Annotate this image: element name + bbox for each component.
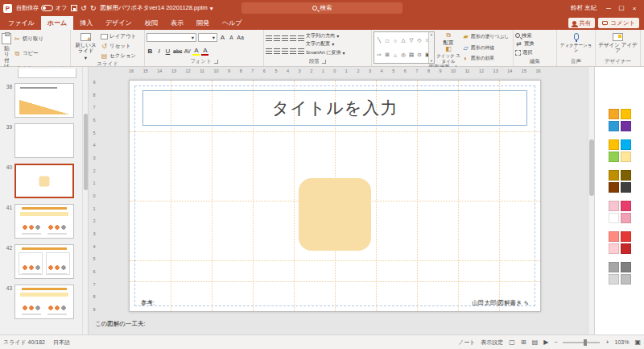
- autosave-toggle-switch[interactable]: [41, 5, 53, 11]
- thumbnail-scrollbar-thumb[interactable]: [84, 114, 88, 190]
- replace-button[interactable]: ⇄置換: [515, 40, 534, 48]
- thumbnail-partial[interactable]: [18, 69, 76, 78]
- shape-icon[interactable]: ⊞: [383, 52, 391, 59]
- tab-design[interactable]: デザイン: [99, 16, 138, 30]
- share-button[interactable]: 共有: [568, 18, 595, 28]
- new-slide-dropdown-icon[interactable]: ▾: [85, 55, 87, 60]
- color-swatch[interactable]: [621, 152, 631, 162]
- fit-to-window-icon[interactable]: ▣: [634, 339, 641, 346]
- credit-text[interactable]: 山田太郎|図解書き✎: [473, 299, 529, 307]
- thumbnail-scrollbar[interactable]: [82, 67, 88, 334]
- title-placeholder[interactable]: タイトルを入力: [142, 90, 527, 126]
- italic-button[interactable]: I: [155, 47, 163, 56]
- shape-icon[interactable]: ◇: [415, 37, 423, 44]
- shape-icon[interactable]: ⊙: [415, 52, 423, 59]
- shape-icon[interactable]: ▽: [407, 37, 415, 44]
- select-button[interactable]: 選択: [515, 49, 534, 56]
- notes-hint[interactable]: この図解の一工夫:: [95, 320, 146, 328]
- save-icon[interactable]: [71, 5, 77, 11]
- color-swatch[interactable]: [609, 170, 619, 181]
- tab-review[interactable]: 校閲: [138, 16, 164, 30]
- columns-icon[interactable]: [298, 48, 304, 54]
- shape-icon[interactable]: ⇨: [375, 52, 383, 59]
- text-direction-button[interactable]: 文字列の方向▾: [306, 32, 345, 39]
- copy-button[interactable]: ⧉コピー: [14, 50, 68, 57]
- undo-icon[interactable]: ↺: [80, 4, 87, 12]
- underline-button[interactable]: U: [164, 47, 171, 56]
- zoom-slider[interactable]: [563, 342, 600, 343]
- slide-thumbnail[interactable]: [14, 244, 74, 279]
- color-swatch[interactable]: [609, 201, 619, 211]
- line-spacing-icon[interactable]: [298, 35, 304, 41]
- palette-group[interactable]: [609, 201, 631, 223]
- numbering-icon[interactable]: [274, 35, 280, 41]
- search-box[interactable]: 検索: [242, 2, 402, 14]
- design-ideas-button[interactable]: デザイン アイデア: [598, 31, 638, 57]
- notes-button[interactable]: ノート: [458, 339, 475, 347]
- shape-effects-button[interactable]: ◐図形の効果: [462, 55, 509, 62]
- color-swatch[interactable]: [609, 121, 619, 131]
- align-right-icon[interactable]: [282, 48, 288, 54]
- shape-fill-button[interactable]: ▰図形の塗りつぶし: [462, 33, 509, 40]
- color-swatch[interactable]: [621, 274, 631, 285]
- section-button[interactable]: ▤セクション: [101, 52, 136, 60]
- palette-group[interactable]: [609, 109, 631, 131]
- color-swatch[interactable]: [609, 231, 619, 242]
- slide-thumbnail[interactable]: [14, 204, 74, 239]
- font-color-button[interactable]: A: [201, 47, 208, 56]
- reading-view-icon[interactable]: ▤: [532, 339, 539, 346]
- reference-label[interactable]: 参考:: [141, 299, 155, 307]
- close-button[interactable]: ×: [628, 0, 641, 16]
- canvas-scrollbar-thumb[interactable]: [589, 139, 594, 196]
- slide-editing-surface[interactable]: タイトルを入力 参考: 山田太郎|図解書き✎: [129, 80, 541, 312]
- shape-outline-button[interactable]: ▱図形の枠線: [462, 44, 509, 52]
- arrange-button[interactable]: ⧉配置: [436, 31, 460, 45]
- align-left-icon[interactable]: [266, 48, 272, 54]
- slide-thumbnail[interactable]: [14, 285, 74, 319]
- indent-decrease-icon[interactable]: [282, 35, 288, 41]
- gallery-down-icon[interactable]: ▼: [430, 59, 433, 63]
- user-name[interactable]: 鈴村 京紀: [571, 4, 597, 12]
- color-swatch[interactable]: [621, 139, 631, 150]
- color-swatch[interactable]: [621, 213, 631, 223]
- color-swatch[interactable]: [621, 231, 631, 242]
- indent-increase-icon[interactable]: [290, 35, 296, 41]
- tab-home[interactable]: ホーム: [41, 16, 73, 30]
- document-title[interactable]: 図解用パワポネタver14 20201128.pptm ▾: [100, 4, 213, 12]
- font-size-combo[interactable]: ▾: [198, 33, 217, 42]
- reset-button[interactable]: ↺リセット: [101, 43, 136, 50]
- zoom-slider-knob[interactable]: [584, 339, 587, 346]
- shape-icon[interactable]: △: [399, 37, 407, 44]
- palette-group[interactable]: [609, 139, 631, 162]
- color-palette-pane[interactable]: [594, 67, 644, 334]
- shape-icon[interactable]: □: [383, 37, 391, 44]
- quick-styles-button[interactable]: ◧クイック スタイル: [436, 45, 460, 64]
- strikethrough-button[interactable]: abc: [173, 47, 182, 56]
- shape-icon[interactable]: ⌂: [391, 52, 399, 59]
- tab-view[interactable]: 表示: [164, 16, 190, 30]
- minimize-button[interactable]: ─: [602, 0, 615, 16]
- zoom-level[interactable]: 103%: [615, 339, 630, 345]
- tab-help[interactable]: ヘルプ: [216, 16, 249, 30]
- color-swatch[interactable]: [621, 121, 631, 131]
- color-swatch[interactable]: [621, 182, 631, 193]
- thumbnail-row-40-selected[interactable]: 40: [0, 164, 88, 198]
- color-swatch[interactable]: [621, 170, 631, 181]
- color-swatch[interactable]: [609, 243, 619, 254]
- color-swatch[interactable]: [621, 243, 631, 254]
- bold-button[interactable]: B: [147, 47, 154, 56]
- palette-group[interactable]: [609, 262, 631, 285]
- language-indicator[interactable]: 日本語: [53, 339, 70, 347]
- color-swatch[interactable]: [609, 274, 619, 285]
- highlight-color-button[interactable]: A: [192, 47, 200, 56]
- color-swatch[interactable]: [609, 152, 619, 162]
- shape-gallery[interactable]: ▲▼ ╲□○△▽◇☆⇨⊞⌂◎▤⊙▣: [374, 31, 435, 64]
- slide-sorter-icon[interactable]: ⊞: [521, 339, 526, 346]
- thumbnail-row-39[interactable]: 39: [0, 123, 88, 158]
- title-dropdown-icon[interactable]: ▾: [210, 5, 213, 12]
- color-swatch[interactable]: [609, 109, 619, 119]
- tab-developer[interactable]: 開発: [190, 16, 216, 30]
- new-slide-button[interactable]: 新しいスライド ▾: [72, 31, 99, 60]
- shape-icon[interactable]: ▤: [407, 52, 415, 59]
- color-swatch[interactable]: [609, 139, 619, 150]
